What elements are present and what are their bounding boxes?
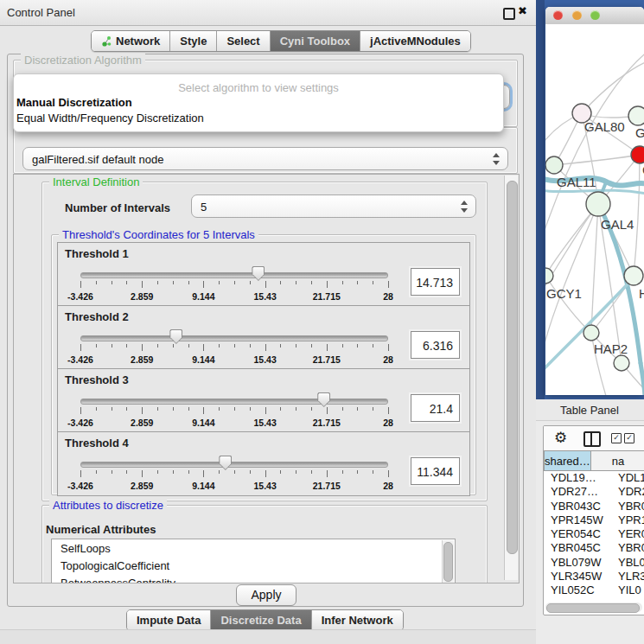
list-item[interactable]: SelfLoops — [52, 539, 455, 557]
network-node-ga[interactable] — [628, 106, 644, 125]
slider-thumb[interactable] — [252, 266, 265, 281]
slider-thumb[interactable] — [169, 329, 182, 344]
checked-box-icon[interactable]: ✓ — [624, 433, 634, 443]
close-icon[interactable]: ✖ — [518, 4, 527, 17]
threshold-2-value-field[interactable]: 6.316 — [411, 331, 460, 359]
table-row[interactable]: YBR043CYBR0 — [544, 500, 644, 513]
slider-thumb[interactable] — [219, 456, 232, 470]
mac-close-icon[interactable] — [553, 10, 563, 20]
scale-label: 28 — [383, 481, 393, 491]
bottom-tab-bar: Impute Data Discretize Data Infer Networ… — [126, 609, 404, 631]
scrollbar-thumb[interactable] — [443, 542, 453, 582]
network-node-gal11[interactable] — [545, 156, 563, 174]
network-node-gal4[interactable] — [586, 192, 610, 216]
cell: YDL19… — [544, 471, 615, 485]
table-row[interactable]: YBR045CYBR0 — [544, 541, 644, 555]
settings-vertical-scrollbar[interactable] — [504, 175, 518, 580]
apply-button[interactable]: Apply — [236, 584, 296, 606]
tick-mark — [250, 344, 251, 348]
slider-track[interactable] — [80, 399, 388, 405]
number-of-intervals-label: Number of Intervals — [65, 201, 170, 214]
network-window-titlebar[interactable] — [545, 7, 644, 25]
tab-jactivemnodules[interactable]: jActiveMNodules — [360, 31, 470, 51]
tab-cyni-toolbox[interactable]: Cyni Toolbox — [271, 31, 360, 51]
network-edge — [554, 155, 640, 165]
cell: YBR0 — [615, 500, 644, 513]
tick-mark — [327, 344, 328, 351]
table-row[interactable]: YDR27…YDR2 — [544, 485, 644, 499]
column-header-shared-name[interactable]: shared… — [544, 450, 591, 471]
table-row[interactable]: YPR145WYPR1 — [544, 513, 644, 527]
dropdown-option-equal-width-frequency[interactable]: Equal Width/Frequency Discretization — [16, 112, 204, 124]
network-node-label: GAL4 — [601, 217, 634, 232]
threshold-1-slider[interactable]: -3.4262.8599.14415.4321.71528 — [80, 269, 388, 303]
tick-mark — [80, 407, 81, 414]
bottom-strip — [0, 629, 536, 644]
tick-mark — [327, 407, 328, 414]
tick-mark — [342, 281, 343, 284]
table-row[interactable]: YDL19…YDL1 — [544, 471, 644, 485]
mac-minimize-icon[interactable] — [572, 10, 582, 20]
threshold-2-slider[interactable]: -3.4262.8599.14415.4321.71528 — [80, 332, 388, 367]
tab-style[interactable]: Style — [170, 31, 217, 51]
tab-impute-data[interactable]: Impute Data — [127, 610, 211, 630]
list-item[interactable]: TopologicalCoefficient — [52, 557, 455, 574]
scrollbar-thumb[interactable] — [507, 181, 518, 554]
dropdown-option-manual-discretization[interactable]: Manual Discretization — [16, 96, 132, 109]
network-canvas[interactable]: GAL80GACGAL11GAL4GCY1HHAP2 — [545, 24, 644, 395]
slider-thumb[interactable] — [317, 392, 330, 407]
network-node-hap2[interactable] — [583, 325, 599, 341]
table-row[interactable]: YLR345WYLR3 — [544, 570, 644, 583]
tab-label: Cyni Toolbox — [280, 35, 350, 48]
threshold-3-slider[interactable]: -3.4262.8599.14415.4321.71528 — [80, 395, 388, 430]
float-window-icon[interactable] — [503, 8, 515, 20]
dropdown-placeholder-option[interactable]: Select algorithm to view settings — [14, 81, 503, 94]
network-node[interactable] — [614, 355, 629, 371]
mac-zoom-icon[interactable] — [590, 10, 600, 20]
network-node-h[interactable] — [624, 266, 643, 285]
threshold-4-slider[interactable]: -3.4262.8599.14415.4321.71528 — [80, 458, 388, 493]
checked-box-icon[interactable]: ✓ — [611, 433, 622, 443]
slider-ticks — [80, 344, 388, 353]
gear-icon[interactable]: ⚙ — [554, 429, 567, 446]
cell: YIL052C — [544, 583, 615, 597]
tick-mark — [157, 407, 158, 411]
tab-infer-network[interactable]: Infer Network — [312, 610, 403, 630]
network-node-gcy1[interactable] — [545, 268, 553, 284]
slider-track[interactable] — [80, 335, 388, 341]
table-row[interactable]: YIL052CYIL0 — [544, 583, 644, 597]
scale-label: 2.859 — [131, 418, 153, 428]
group-title: Discretization Algorithm — [21, 54, 145, 67]
tick-mark — [280, 470, 281, 474]
tab-network[interactable]: Network — [92, 31, 170, 51]
table-data-combobox[interactable]: galFiltered.sif default node — [22, 147, 508, 170]
tab-select[interactable]: Select — [217, 31, 270, 51]
scrollbar-thumb[interactable] — [546, 603, 640, 613]
slider-track[interactable] — [80, 272, 388, 278]
list-item[interactable]: BetweennessCentrality — [52, 574, 455, 583]
table-row[interactable]: YBL079WYBL0 — [544, 556, 644, 570]
tick-mark — [203, 470, 204, 477]
threshold-1-value-field[interactable]: 14.713 — [411, 268, 460, 296]
tab-label: Infer Network — [322, 614, 393, 627]
table-horizontal-scrollbar[interactable] — [545, 603, 642, 612]
column-header-name[interactable]: na — [591, 450, 644, 471]
list-scrollbar[interactable] — [442, 540, 454, 583]
threshold-label: Threshold 2 — [65, 310, 129, 323]
tick-mark — [357, 281, 358, 284]
split-columns-icon[interactable] — [583, 431, 601, 447]
slider-track[interactable] — [80, 462, 388, 468]
network-node-c[interactable] — [631, 146, 644, 163]
network-view-window: GAL80GACGAL11GAL4GCY1HHAP2 — [545, 7, 644, 395]
threshold-4-value-field[interactable]: 11.344 — [411, 457, 460, 485]
threshold-3-value-field[interactable]: 21.4 — [411, 394, 460, 422]
tick-mark — [357, 407, 358, 411]
table-row[interactable]: YER054CYER0 — [544, 527, 644, 541]
tab-discretize-data[interactable]: Discretize Data — [211, 610, 311, 630]
control-panel-titlebar: Control Panel ✖ — [0, 0, 536, 26]
top-tab-bar: Network Style Select Cyni Toolbox jActiv… — [91, 30, 471, 52]
number-of-intervals-combobox[interactable]: 5 — [191, 194, 476, 218]
network-edge — [634, 155, 640, 276]
screenshot-root: Control Panel ✖ Network Style Select — [0, 0, 644, 644]
tick-mark — [373, 407, 373, 411]
